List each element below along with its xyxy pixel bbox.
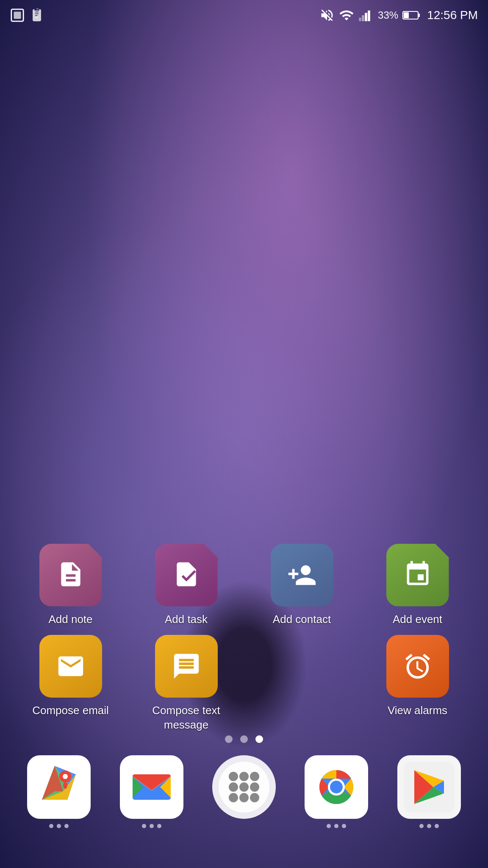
svg-point-24 xyxy=(239,793,249,802)
gmail-dot-3 xyxy=(157,824,161,828)
status-bar: 33% 12:56 PM xyxy=(0,0,488,31)
add-task-icon xyxy=(172,560,201,590)
playstore-dots xyxy=(419,824,439,828)
maps-icon xyxy=(27,755,91,819)
svg-point-29 xyxy=(330,781,343,793)
chrome-dots xyxy=(327,824,346,828)
add-event-app[interactable]: Add event xyxy=(375,544,460,627)
add-note-app[interactable]: Add note xyxy=(28,544,113,627)
add-task-label: Add task xyxy=(165,612,208,627)
svg-point-19 xyxy=(250,772,259,781)
status-left-icons xyxy=(10,8,44,22)
add-contact-label: Add contact xyxy=(273,612,331,627)
compose-email-app[interactable]: Compose email xyxy=(28,635,113,718)
playstore-dot-1 xyxy=(419,824,424,828)
svg-point-21 xyxy=(239,782,249,792)
app-row-1: Add note Add task Add contact xyxy=(13,544,475,627)
wifi-icon xyxy=(339,8,354,23)
chrome-icon xyxy=(305,755,368,819)
svg-point-23 xyxy=(229,793,238,802)
status-right-icons: 33% 12:56 PM xyxy=(319,8,478,23)
maps-dot-3 xyxy=(64,824,69,828)
add-event-icon xyxy=(403,560,432,590)
chrome-dot-3 xyxy=(342,824,346,828)
view-alarms-icon xyxy=(386,635,449,698)
compose-text-label: Compose text message xyxy=(144,704,229,732)
playstore-dock-item[interactable] xyxy=(397,755,461,828)
maps-dots xyxy=(49,824,69,828)
dock xyxy=(0,745,488,868)
task-icon xyxy=(30,8,44,22)
status-time: 12:56 PM xyxy=(427,8,478,22)
gmail-icon xyxy=(120,755,183,819)
app-grid: Add note Add task Add contact xyxy=(0,544,488,732)
add-note-label: Add note xyxy=(48,612,92,627)
add-event-label: Add event xyxy=(393,612,442,627)
mute-icon xyxy=(319,8,335,23)
svg-point-12 xyxy=(63,782,67,789)
svg-rect-2 xyxy=(359,18,361,21)
apps-drawer-item[interactable] xyxy=(212,755,276,819)
svg-point-25 xyxy=(250,793,259,802)
compose-text-icon xyxy=(155,635,218,698)
chrome-dot-1 xyxy=(327,824,331,828)
gmail-dots xyxy=(142,824,161,828)
page-dot-3[interactable] xyxy=(255,735,263,743)
gmail-dock-item[interactable] xyxy=(120,755,183,828)
screenshot-icon xyxy=(10,8,25,22)
svg-point-11 xyxy=(63,774,68,779)
compose-email-icon xyxy=(39,635,102,698)
svg-rect-3 xyxy=(362,15,364,21)
svg-point-18 xyxy=(239,772,249,781)
chrome-dot-2 xyxy=(334,824,338,828)
battery-percentage: 33% xyxy=(378,9,398,21)
add-event-icon-wrap xyxy=(386,544,449,606)
maps-dock-item[interactable] xyxy=(27,755,91,828)
gmail-dot-2 xyxy=(150,824,154,828)
view-alarms-label: View alarms xyxy=(388,704,447,718)
svg-rect-7 xyxy=(418,14,420,17)
chrome-dock-item[interactable] xyxy=(305,755,368,828)
add-note-icon-wrap xyxy=(39,544,102,606)
maps-dot-2 xyxy=(57,824,61,828)
svg-point-17 xyxy=(229,772,238,781)
app-row-2: Compose email Compose text message View … xyxy=(13,635,475,732)
playstore-dot-3 xyxy=(435,824,439,828)
svg-rect-8 xyxy=(404,12,409,18)
gmail-dot-1 xyxy=(142,824,146,828)
battery-icon xyxy=(402,9,420,21)
compose-text-app[interactable]: Compose text message xyxy=(144,635,229,732)
add-task-app[interactable]: Add task xyxy=(144,544,229,627)
add-note-icon xyxy=(56,560,85,590)
maps-dot-1 xyxy=(49,824,53,828)
svg-point-20 xyxy=(229,782,238,792)
playstore-icon xyxy=(397,755,461,819)
svg-rect-4 xyxy=(365,13,367,21)
playstore-dot-2 xyxy=(427,824,431,828)
view-alarms-app[interactable]: View alarms xyxy=(375,635,460,718)
compose-email-label: Compose email xyxy=(32,704,109,718)
svg-point-22 xyxy=(250,782,259,792)
add-contact-app[interactable]: Add contact xyxy=(260,544,344,627)
svg-rect-1 xyxy=(14,12,21,19)
page-indicators xyxy=(0,735,488,743)
svg-rect-5 xyxy=(368,11,370,21)
apps-drawer-icon xyxy=(212,755,276,819)
add-task-icon-wrap xyxy=(155,544,218,606)
add-contact-icon xyxy=(271,544,333,606)
page-dot-2[interactable] xyxy=(240,735,248,743)
page-dot-1[interactable] xyxy=(225,735,233,743)
signal-icon xyxy=(358,9,374,21)
